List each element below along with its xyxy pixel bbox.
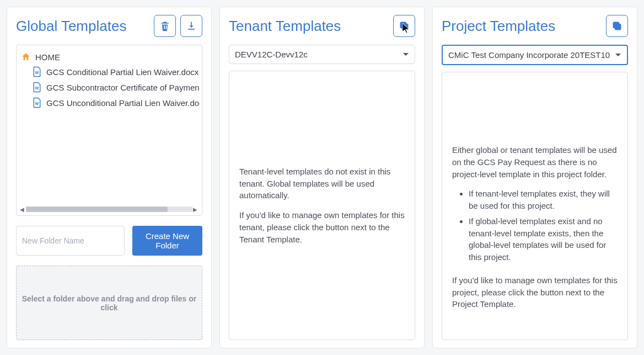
tree-file[interactable]: W GCS Conditional Partial Lien Waiver.do… — [19, 64, 200, 80]
word-doc-icon: W — [32, 82, 42, 93]
project-templates-panel: Project Templates CMiC Test Company Inco… — [432, 7, 637, 348]
tenant-select[interactable]: DEVV12C-Devv12c — [229, 45, 415, 64]
tenant-info-p1: Tenant-level templates do not exist in t… — [239, 166, 405, 202]
project-info-list: If tenant-level templates exist, they wi… — [452, 188, 618, 267]
project-title: Project Templates — [442, 18, 555, 35]
project-info-p2: If you'd like to manage own templates fo… — [452, 274, 618, 310]
tenant-title: Tenant Templates — [229, 18, 341, 35]
new-folder-input[interactable] — [16, 226, 125, 256]
tree-file-label: GCS Unconditional Partial Lien Waiver.do… — [46, 98, 200, 108]
tenant-panel-header: Tenant Templates — [229, 15, 415, 37]
tenant-info-box: Tenant-level templates do not exist in t… — [229, 71, 415, 340]
svg-rect-6 — [613, 22, 619, 28]
create-folder-button[interactable]: Create New Folder — [132, 226, 202, 256]
folder-tree: HOME W GCS Conditional Partial Lien Waiv… — [16, 45, 202, 216]
dropzone-text: Select a folder above and drag and drop … — [17, 294, 202, 312]
global-templates-panel: Global Templates HOME W GCS Conditional … — [7, 7, 212, 348]
home-icon — [21, 52, 31, 62]
svg-rect-4 — [400, 22, 406, 28]
file-dropzone[interactable]: Select a folder above and drag and drop … — [16, 266, 202, 340]
tree-file-label: GCS Subcontractor Certificate of Payment… — [46, 83, 200, 92]
copy-icon — [399, 20, 410, 31]
download-button[interactable] — [180, 15, 202, 37]
tree-home-label: HOME — [35, 52, 60, 62]
horizontal-scrollbar[interactable]: ◀ ▶ — [19, 205, 200, 213]
tenant-info-p2: If you'd like to manage own templates fo… — [239, 209, 405, 245]
tree-file[interactable]: W GCS Subcontractor Certificate of Payme… — [19, 80, 200, 95]
tree-file-label: GCS Conditional Partial Lien Waiver.docx — [46, 67, 198, 77]
project-info-li1: If tenant-level templates exist, they wi… — [469, 188, 618, 212]
project-panel-header: Project Templates — [442, 15, 628, 37]
copy-icon — [611, 20, 622, 31]
scroll-right-icon[interactable]: ▶ — [193, 206, 198, 213]
project-info-li2: If global-level templates exist and no t… — [469, 215, 618, 263]
svg-text:W: W — [35, 71, 39, 75]
tree-home[interactable]: HOME — [19, 50, 200, 64]
tenant-templates-panel: Tenant Templates DEVV12C-Devv12c Tenant-… — [219, 7, 425, 348]
global-panel-header: Global Templates — [16, 15, 202, 37]
tree-file[interactable]: W GCS Unconditional Partial Lien Waiver.… — [19, 95, 200, 110]
word-doc-icon: W — [32, 66, 42, 77]
svg-text:W: W — [35, 86, 39, 91]
scroll-left-icon[interactable]: ◀ — [20, 206, 25, 213]
trash-icon — [159, 20, 170, 31]
word-doc-icon: W — [32, 97, 42, 108]
scroll-thumb[interactable] — [26, 206, 168, 212]
project-info-p1: Either global or tenant templates will b… — [452, 144, 618, 180]
project-select[interactable]: CMiC Test Company Incorporate 20TEST10 — [442, 45, 628, 65]
global-title: Global Templates — [16, 18, 126, 35]
copy-project-button[interactable] — [606, 15, 628, 37]
download-icon — [186, 20, 197, 31]
svg-text:W: W — [35, 102, 39, 106]
copy-tenant-button[interactable] — [393, 15, 415, 37]
project-info-box: Either global or tenant templates will b… — [442, 72, 628, 340]
scroll-track[interactable] — [26, 206, 192, 212]
delete-button[interactable] — [154, 15, 176, 37]
